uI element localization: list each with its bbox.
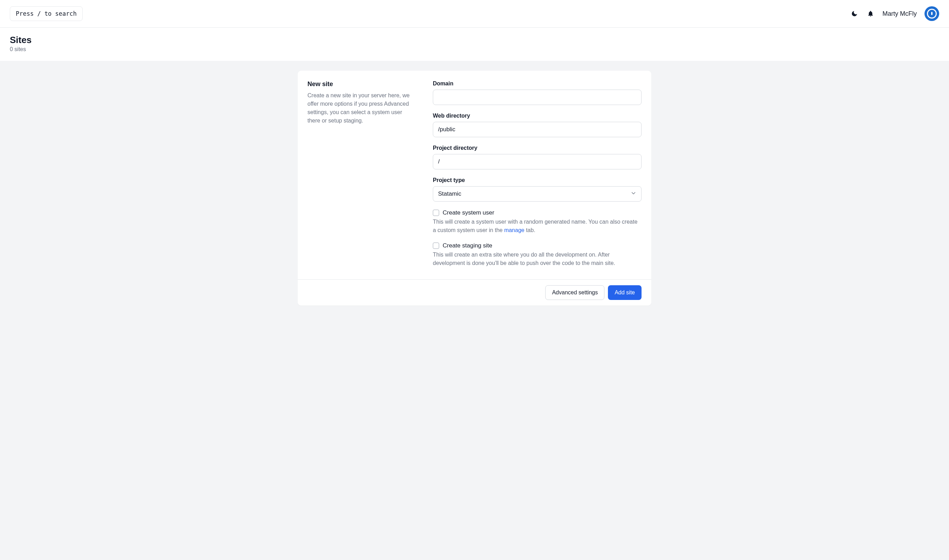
content-wrap: New site Create a new site in your serve… [0, 61, 949, 560]
power-icon [927, 9, 937, 18]
top-bar: Press / to search Marty McFly [0, 0, 949, 28]
dark-mode-icon[interactable] [850, 9, 859, 18]
form-description: Create a new site in your server here, w… [307, 91, 416, 125]
card-info: New site Create a new site in your serve… [307, 80, 416, 268]
add-site-button[interactable]: Add site [608, 285, 642, 300]
page-subtitle: 0 sites [10, 46, 939, 52]
user-name: Marty McFly [883, 10, 917, 17]
card-form: Domain Web directory Project directory P… [433, 80, 642, 268]
project-directory-input[interactable] [433, 154, 642, 169]
avatar[interactable] [924, 6, 939, 21]
project-directory-label: Project directory [433, 145, 642, 151]
create-system-user-label[interactable]: Create system user [443, 209, 494, 216]
page-title: Sites [10, 35, 939, 46]
web-directory-input[interactable] [433, 122, 642, 137]
create-system-user-checkbox[interactable] [433, 210, 439, 216]
manage-link[interactable]: manage [504, 227, 525, 233]
notifications-icon[interactable] [866, 9, 875, 18]
web-directory-label: Web directory [433, 113, 642, 119]
new-site-card: New site Create a new site in your serve… [298, 71, 651, 306]
page-header: Sites 0 sites [0, 28, 949, 61]
create-system-user-help: This will create a system user with a ra… [433, 218, 642, 234]
domain-input[interactable] [433, 89, 642, 105]
domain-label: Domain [433, 80, 642, 87]
create-staging-help: This will create an extra site where you… [433, 251, 642, 268]
create-staging-label[interactable]: Create staging site [443, 242, 492, 249]
project-type-label: Project type [433, 177, 642, 183]
search-hint[interactable]: Press / to search [10, 6, 83, 21]
project-type-select[interactable]: Statamic [433, 186, 642, 202]
create-staging-checkbox[interactable] [433, 243, 439, 249]
form-title: New site [307, 80, 416, 88]
advanced-settings-button[interactable]: Advanced settings [545, 285, 604, 300]
top-right: Marty McFly [850, 6, 939, 21]
card-footer: Advanced settings Add site [298, 279, 651, 306]
